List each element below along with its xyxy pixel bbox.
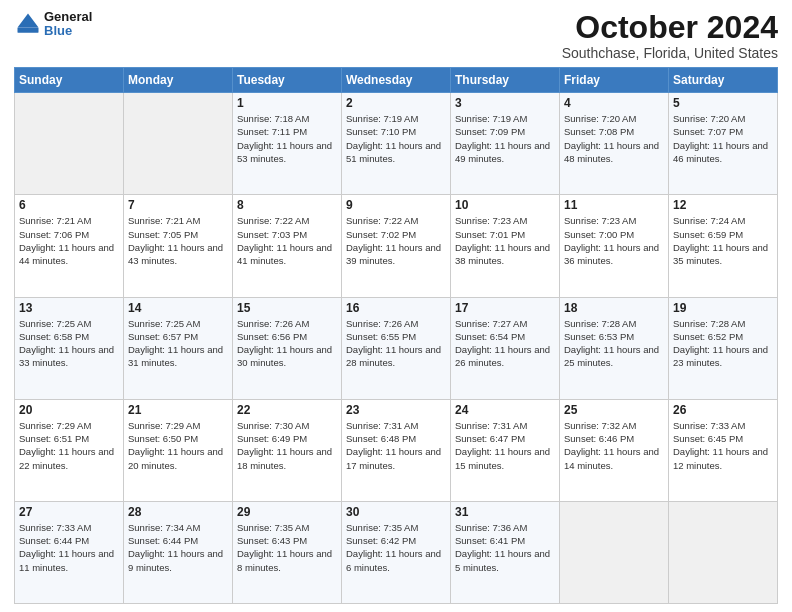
svg-marker-0 bbox=[18, 14, 39, 28]
table-row: 17Sunrise: 7:27 AM Sunset: 6:54 PM Dayli… bbox=[451, 297, 560, 399]
table-row: 14Sunrise: 7:25 AM Sunset: 6:57 PM Dayli… bbox=[124, 297, 233, 399]
day-number: 19 bbox=[673, 301, 773, 315]
calendar-table: Sunday Monday Tuesday Wednesday Thursday… bbox=[14, 67, 778, 604]
day-info: Sunrise: 7:21 AM Sunset: 7:05 PM Dayligh… bbox=[128, 214, 228, 267]
day-info: Sunrise: 7:23 AM Sunset: 7:00 PM Dayligh… bbox=[564, 214, 664, 267]
table-row bbox=[15, 93, 124, 195]
logo-blue: Blue bbox=[44, 24, 92, 38]
day-number: 23 bbox=[346, 403, 446, 417]
table-row bbox=[124, 93, 233, 195]
day-number: 18 bbox=[564, 301, 664, 315]
day-info: Sunrise: 7:19 AM Sunset: 7:09 PM Dayligh… bbox=[455, 112, 555, 165]
day-number: 15 bbox=[237, 301, 337, 315]
day-number: 7 bbox=[128, 198, 228, 212]
table-row: 9Sunrise: 7:22 AM Sunset: 7:02 PM Daylig… bbox=[342, 195, 451, 297]
day-info: Sunrise: 7:22 AM Sunset: 7:03 PM Dayligh… bbox=[237, 214, 337, 267]
col-sunday: Sunday bbox=[15, 68, 124, 93]
day-info: Sunrise: 7:30 AM Sunset: 6:49 PM Dayligh… bbox=[237, 419, 337, 472]
table-row: 12Sunrise: 7:24 AM Sunset: 6:59 PM Dayli… bbox=[669, 195, 778, 297]
day-number: 29 bbox=[237, 505, 337, 519]
day-info: Sunrise: 7:24 AM Sunset: 6:59 PM Dayligh… bbox=[673, 214, 773, 267]
day-number: 10 bbox=[455, 198, 555, 212]
day-number: 16 bbox=[346, 301, 446, 315]
table-row: 10Sunrise: 7:23 AM Sunset: 7:01 PM Dayli… bbox=[451, 195, 560, 297]
table-row: 21Sunrise: 7:29 AM Sunset: 6:50 PM Dayli… bbox=[124, 399, 233, 501]
day-info: Sunrise: 7:33 AM Sunset: 6:44 PM Dayligh… bbox=[19, 521, 119, 574]
calendar-week-row: 27Sunrise: 7:33 AM Sunset: 6:44 PM Dayli… bbox=[15, 501, 778, 603]
table-row: 27Sunrise: 7:33 AM Sunset: 6:44 PM Dayli… bbox=[15, 501, 124, 603]
day-info: Sunrise: 7:31 AM Sunset: 6:47 PM Dayligh… bbox=[455, 419, 555, 472]
day-number: 31 bbox=[455, 505, 555, 519]
day-info: Sunrise: 7:31 AM Sunset: 6:48 PM Dayligh… bbox=[346, 419, 446, 472]
day-number: 5 bbox=[673, 96, 773, 110]
day-info: Sunrise: 7:27 AM Sunset: 6:54 PM Dayligh… bbox=[455, 317, 555, 370]
day-number: 20 bbox=[19, 403, 119, 417]
day-number: 22 bbox=[237, 403, 337, 417]
calendar-subtitle: Southchase, Florida, United States bbox=[562, 45, 778, 61]
day-info: Sunrise: 7:20 AM Sunset: 7:08 PM Dayligh… bbox=[564, 112, 664, 165]
table-row: 16Sunrise: 7:26 AM Sunset: 6:55 PM Dayli… bbox=[342, 297, 451, 399]
header: General Blue October 2024 Southchase, Fl… bbox=[14, 10, 778, 61]
table-row: 7Sunrise: 7:21 AM Sunset: 7:05 PM Daylig… bbox=[124, 195, 233, 297]
table-row: 1Sunrise: 7:18 AM Sunset: 7:11 PM Daylig… bbox=[233, 93, 342, 195]
table-row: 30Sunrise: 7:35 AM Sunset: 6:42 PM Dayli… bbox=[342, 501, 451, 603]
day-info: Sunrise: 7:29 AM Sunset: 6:50 PM Dayligh… bbox=[128, 419, 228, 472]
calendar-week-row: 20Sunrise: 7:29 AM Sunset: 6:51 PM Dayli… bbox=[15, 399, 778, 501]
table-row: 25Sunrise: 7:32 AM Sunset: 6:46 PM Dayli… bbox=[560, 399, 669, 501]
col-friday: Friday bbox=[560, 68, 669, 93]
table-row: 8Sunrise: 7:22 AM Sunset: 7:03 PM Daylig… bbox=[233, 195, 342, 297]
table-row: 23Sunrise: 7:31 AM Sunset: 6:48 PM Dayli… bbox=[342, 399, 451, 501]
day-info: Sunrise: 7:23 AM Sunset: 7:01 PM Dayligh… bbox=[455, 214, 555, 267]
logo-general: General bbox=[44, 10, 92, 24]
day-info: Sunrise: 7:35 AM Sunset: 6:42 PM Dayligh… bbox=[346, 521, 446, 574]
day-info: Sunrise: 7:26 AM Sunset: 6:56 PM Dayligh… bbox=[237, 317, 337, 370]
table-row: 5Sunrise: 7:20 AM Sunset: 7:07 PM Daylig… bbox=[669, 93, 778, 195]
day-info: Sunrise: 7:29 AM Sunset: 6:51 PM Dayligh… bbox=[19, 419, 119, 472]
table-row: 11Sunrise: 7:23 AM Sunset: 7:00 PM Dayli… bbox=[560, 195, 669, 297]
day-number: 8 bbox=[237, 198, 337, 212]
day-number: 13 bbox=[19, 301, 119, 315]
col-monday: Monday bbox=[124, 68, 233, 93]
day-info: Sunrise: 7:32 AM Sunset: 6:46 PM Dayligh… bbox=[564, 419, 664, 472]
day-number: 9 bbox=[346, 198, 446, 212]
svg-rect-1 bbox=[18, 28, 39, 33]
table-row: 20Sunrise: 7:29 AM Sunset: 6:51 PM Dayli… bbox=[15, 399, 124, 501]
day-number: 30 bbox=[346, 505, 446, 519]
table-row: 6Sunrise: 7:21 AM Sunset: 7:06 PM Daylig… bbox=[15, 195, 124, 297]
table-row: 15Sunrise: 7:26 AM Sunset: 6:56 PM Dayli… bbox=[233, 297, 342, 399]
day-number: 12 bbox=[673, 198, 773, 212]
calendar-week-row: 13Sunrise: 7:25 AM Sunset: 6:58 PM Dayli… bbox=[15, 297, 778, 399]
day-number: 1 bbox=[237, 96, 337, 110]
day-number: 14 bbox=[128, 301, 228, 315]
day-info: Sunrise: 7:25 AM Sunset: 6:58 PM Dayligh… bbox=[19, 317, 119, 370]
day-number: 3 bbox=[455, 96, 555, 110]
logo: General Blue bbox=[14, 10, 92, 39]
logo-icon bbox=[14, 10, 42, 38]
table-row: 29Sunrise: 7:35 AM Sunset: 6:43 PM Dayli… bbox=[233, 501, 342, 603]
day-number: 6 bbox=[19, 198, 119, 212]
title-block: October 2024 Southchase, Florida, United… bbox=[562, 10, 778, 61]
day-info: Sunrise: 7:18 AM Sunset: 7:11 PM Dayligh… bbox=[237, 112, 337, 165]
day-info: Sunrise: 7:33 AM Sunset: 6:45 PM Dayligh… bbox=[673, 419, 773, 472]
day-number: 27 bbox=[19, 505, 119, 519]
day-info: Sunrise: 7:26 AM Sunset: 6:55 PM Dayligh… bbox=[346, 317, 446, 370]
table-row: 24Sunrise: 7:31 AM Sunset: 6:47 PM Dayli… bbox=[451, 399, 560, 501]
day-number: 17 bbox=[455, 301, 555, 315]
logo-text: General Blue bbox=[44, 10, 92, 39]
day-number: 11 bbox=[564, 198, 664, 212]
day-info: Sunrise: 7:28 AM Sunset: 6:53 PM Dayligh… bbox=[564, 317, 664, 370]
day-number: 24 bbox=[455, 403, 555, 417]
calendar-header-row: Sunday Monday Tuesday Wednesday Thursday… bbox=[15, 68, 778, 93]
table-row bbox=[560, 501, 669, 603]
day-info: Sunrise: 7:34 AM Sunset: 6:44 PM Dayligh… bbox=[128, 521, 228, 574]
table-row: 4Sunrise: 7:20 AM Sunset: 7:08 PM Daylig… bbox=[560, 93, 669, 195]
table-row: 2Sunrise: 7:19 AM Sunset: 7:10 PM Daylig… bbox=[342, 93, 451, 195]
day-number: 25 bbox=[564, 403, 664, 417]
table-row: 3Sunrise: 7:19 AM Sunset: 7:09 PM Daylig… bbox=[451, 93, 560, 195]
day-info: Sunrise: 7:21 AM Sunset: 7:06 PM Dayligh… bbox=[19, 214, 119, 267]
col-tuesday: Tuesday bbox=[233, 68, 342, 93]
table-row: 13Sunrise: 7:25 AM Sunset: 6:58 PM Dayli… bbox=[15, 297, 124, 399]
page: General Blue October 2024 Southchase, Fl… bbox=[0, 0, 792, 612]
day-number: 26 bbox=[673, 403, 773, 417]
table-row bbox=[669, 501, 778, 603]
